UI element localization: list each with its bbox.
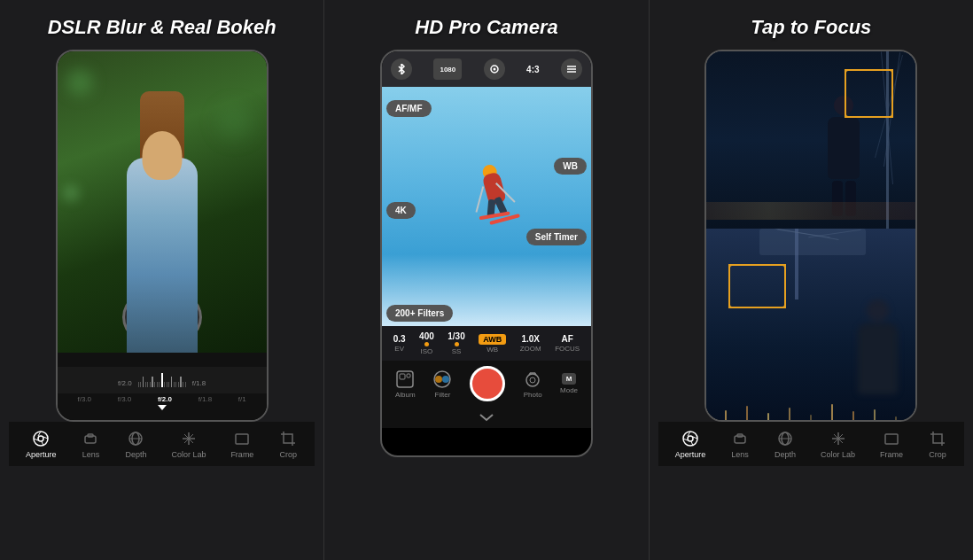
svg-rect-22 [400, 374, 405, 379]
colorlab-label-text: Color Lab [171, 450, 206, 459]
iso-value: 400 [419, 331, 434, 341]
screen3-title: Tap to Focus [751, 16, 871, 39]
aperture-icon [31, 429, 51, 448]
lens3-icon [730, 429, 750, 448]
lens-label-text: Lens [82, 450, 100, 459]
colorlab-icon [179, 429, 198, 448]
colorlab3-label: Color Lab [821, 450, 855, 459]
filter-button[interactable]: Filter [432, 369, 452, 399]
phone-mockup-1: f / 2.0 f/2.0 [56, 50, 269, 422]
svg-point-17 [493, 68, 495, 71]
lens3-label: Lens [731, 450, 749, 459]
wb-label: WB [486, 346, 498, 354]
frame-label-text: Frame [230, 450, 253, 459]
zoom-value: 1.0X [521, 334, 540, 344]
toolbar3-item-depth[interactable]: Depth [775, 429, 796, 459]
filter-label: Filter [435, 391, 451, 399]
toolbar-item-frame[interactable]: Frame [230, 429, 253, 459]
toolbar-1: Aperture Lens [9, 422, 315, 466]
afmf-bubble: AF/MF [386, 100, 432, 117]
filters-bubble: 200+ Filters [386, 305, 453, 322]
camera-header: 1080 4:3 [382, 51, 591, 87]
crop3-label-text: Crop [929, 450, 946, 459]
focus-label: FOCUS [555, 345, 580, 353]
svg-rect-44 [885, 434, 898, 444]
colorlab3-icon [829, 429, 848, 448]
toolbar3-item-lens[interactable]: Lens [730, 429, 750, 459]
svg-point-27 [526, 374, 539, 386]
woman-body [127, 158, 198, 353]
ruler-bar: f/2.0 [58, 367, 267, 393]
svg-point-0 [34, 432, 48, 446]
camera-switch-icon[interactable] [484, 58, 505, 80]
toolbar3-item-aperture[interactable]: Aperture [675, 429, 706, 459]
toolbar3-item-frame[interactable]: Frame [880, 429, 903, 459]
focus-control[interactable]: AF FOCUS [555, 334, 580, 353]
focus-box-top [845, 69, 893, 118]
toolbar-item-lens[interactable]: Lens [81, 429, 100, 459]
frame3-label: Frame [880, 450, 903, 459]
wb-control[interactable]: AWB WB [479, 334, 506, 354]
ss-label: SS [452, 347, 462, 355]
selftimer-bubble: Self Timer [526, 229, 587, 245]
crop3-icon [928, 429, 947, 448]
ratio-label: 4:3 [526, 65, 539, 74]
focus-value: AF [562, 334, 573, 344]
depth-icon [126, 429, 145, 448]
bluetooth-icon[interactable] [391, 58, 412, 80]
ev-value: 0.3 [393, 334, 406, 344]
svg-point-25 [435, 376, 442, 383]
camera-bottom-bar: Album Filter [382, 361, 591, 407]
toolbar-item-colorlab[interactable]: Color Lab [171, 429, 206, 459]
phone-mockup-2: 1080 4:3 [380, 50, 593, 457]
hd-icon[interactable]: 1080 [433, 58, 462, 80]
ss-control[interactable]: 1/30 SS [448, 331, 464, 355]
toolbar-3: Aperture Lens [658, 422, 964, 466]
phone-mockup-3 [704, 50, 917, 422]
iso-label: ISO [421, 347, 433, 355]
frame3-icon [882, 429, 901, 448]
ev-control[interactable]: 0.3 EV [393, 334, 406, 353]
chevron-down[interactable] [382, 407, 591, 428]
svg-rect-23 [407, 374, 410, 377]
album-button[interactable]: Album [395, 369, 416, 399]
main-container: DSLR Blur & Real Bokeh f / 2.0 [0, 0, 973, 560]
viewfinder[interactable]: AF/MF WB 4K Self Timer 200+ Filters [382, 87, 591, 326]
toolbar-item-aperture[interactable]: Aperture [26, 429, 57, 459]
svg-rect-15 [236, 434, 248, 444]
aperture-label-text: Aperture [26, 450, 57, 459]
menu-icon[interactable] [561, 58, 582, 80]
image-area-1: f / 2.0 [58, 51, 267, 353]
photo-button[interactable]: Photo [523, 369, 542, 399]
depth-label-text: Depth [125, 450, 146, 459]
ss-dot [455, 342, 459, 346]
crop-icon [278, 429, 298, 448]
svg-point-26 [442, 376, 449, 383]
woman-head [142, 131, 182, 180]
toolbar-item-depth[interactable]: Depth [125, 429, 146, 459]
toolbar3-item-colorlab[interactable]: Color Lab [821, 429, 855, 459]
depth3-icon [775, 429, 795, 448]
zoom-control[interactable]: 1.0X ZOOM [520, 334, 541, 353]
svg-point-1 [38, 436, 43, 441]
svg-point-28 [530, 377, 535, 383]
wb-bubble: WB [554, 158, 587, 175]
mode-button[interactable]: M Mode [560, 373, 578, 394]
screen1-title: DSLR Blur & Real Bokeh [48, 16, 276, 39]
screen-1: DSLR Blur & Real Bokeh f / 2.0 [0, 0, 324, 560]
capture-button[interactable] [470, 366, 505, 401]
screen-3: Tap to Focus [650, 0, 973, 560]
toolbar-item-crop[interactable]: Crop [278, 429, 298, 459]
focus-bottom-area[interactable] [706, 229, 915, 422]
aperture3-icon [681, 429, 700, 448]
iso-control[interactable]: 400 ISO [419, 331, 434, 355]
wb-value: AWB [479, 334, 506, 345]
album-label: Album [395, 391, 416, 399]
screen2-title: HD Pro Camera [415, 16, 557, 39]
toolbar3-item-crop[interactable]: Crop [928, 429, 947, 459]
hd-label: 1080 [440, 66, 455, 74]
focus-box-bottom [728, 264, 786, 308]
aperture3-label: Aperture [675, 450, 706, 459]
focus-top-area[interactable] [706, 51, 915, 229]
crop-label-text-1: Crop [280, 450, 298, 459]
